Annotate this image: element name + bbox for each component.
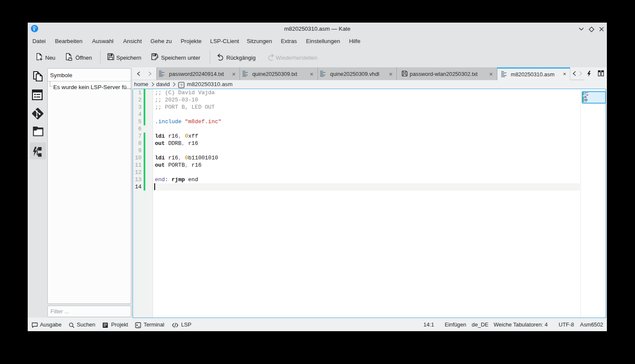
svg-text:?: ? [180,83,182,87]
